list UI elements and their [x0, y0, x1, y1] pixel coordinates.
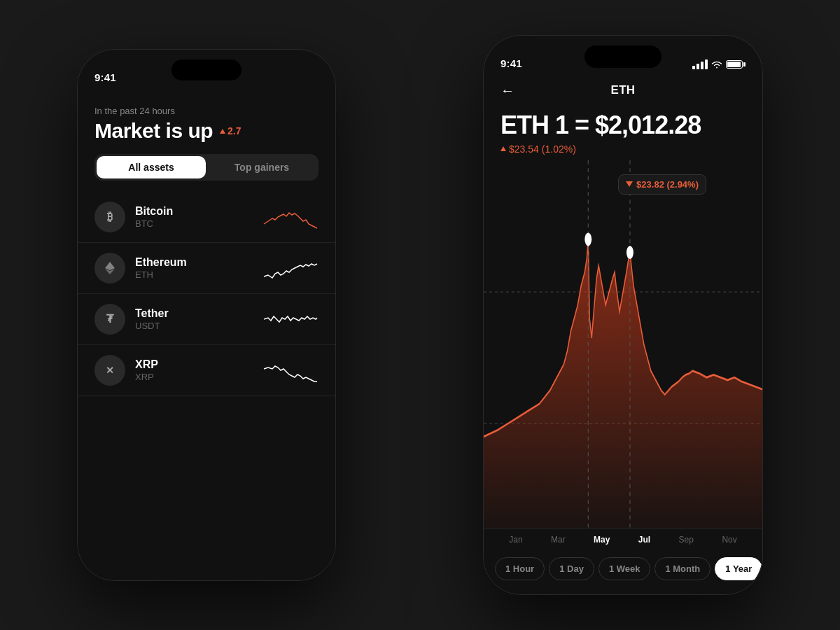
eth-change: $23.54 (1.02%) — [500, 144, 746, 155]
asset-item-usdt[interactable]: ₮ Tether USDT — [78, 294, 335, 345]
asset-item-eth[interactable]: Ethereum ETH — [78, 243, 335, 294]
eth-name: Ethereum — [135, 256, 253, 269]
asset-tabs: All assets Top gainers — [94, 154, 318, 181]
time-sep: Sep — [679, 535, 694, 545]
wifi-icon — [711, 60, 722, 69]
btc-sparkline — [262, 204, 318, 230]
eth-info: Ethereum ETH — [135, 256, 253, 280]
market-title: Market is up — [94, 119, 213, 143]
right-phone-screen: 9:41 — [484, 36, 762, 594]
usdt-icon: ₮ — [94, 304, 125, 335]
status-icons — [692, 59, 746, 69]
btc-symbol: BTC — [135, 218, 253, 229]
xrp-name: XRP — [135, 358, 253, 371]
usdt-info: Tether USDT — [135, 307, 253, 331]
eth-symbol: ETH — [135, 270, 253, 280]
usdt-symbol: USDT — [135, 321, 253, 331]
svg-point-10 — [626, 246, 634, 259]
signal-icon — [692, 59, 708, 69]
btc-icon: ₿ — [94, 202, 125, 232]
price-up-icon — [500, 146, 506, 151]
chart-container: $23.82 (2.94%) — [484, 160, 762, 528]
time-mar: Mar — [551, 535, 566, 545]
period-1month[interactable]: 1 Month — [654, 557, 710, 580]
dynamic-island-left — [172, 59, 241, 80]
scene: 9:41 In the past 24 hours Market is up 2… — [35, 28, 805, 602]
btc-info: Bitcoin BTC — [135, 205, 253, 229]
svg-text:₿: ₿ — [107, 211, 113, 223]
eth-sparkline — [262, 255, 318, 281]
tab-top-gainers[interactable]: Top gainers — [207, 156, 316, 178]
status-time-right: 9:41 — [500, 57, 522, 69]
battery-icon — [726, 60, 746, 69]
eth-price: ETH 1 = $2,012.28 — [500, 111, 746, 139]
back-button[interactable]: ← — [500, 83, 514, 99]
period-1hour[interactable]: 1 Hour — [495, 557, 545, 580]
status-time-left: 9:41 — [94, 71, 116, 83]
tooltip-down-icon — [626, 181, 633, 187]
eth-change-percent: (1.02%) — [542, 144, 576, 155]
period-1day[interactable]: 1 Day — [549, 557, 594, 580]
xrp-icon: ✕ — [94, 355, 125, 386]
period-1year[interactable]: 1 Year — [715, 557, 762, 580]
usdt-sparkline — [262, 307, 318, 332]
asset-item-xrp[interactable]: ✕ XRP XRP — [78, 345, 335, 396]
phone-left: 9:41 In the past 24 hours Market is up 2… — [77, 49, 336, 581]
time-axis: Jan Mar May Jul Sep Nov — [484, 528, 762, 550]
asset-list: ₿ Bitcoin BTC — [78, 192, 335, 396]
left-content: In the past 24 hours Market is up 2.7 Al… — [78, 50, 335, 580]
btc-name: Bitcoin — [135, 205, 253, 218]
asset-item-btc[interactable]: ₿ Bitcoin BTC — [78, 192, 335, 243]
chart-tooltip: $23.82 (2.94%) — [618, 174, 706, 195]
svg-point-9 — [584, 232, 592, 246]
eth-change-amount: $23.54 — [509, 144, 539, 155]
period-buttons: 1 Hour 1 Day 1 Week 1 Month 1 Year All — [484, 550, 762, 594]
tab-all-assets[interactable]: All assets — [97, 156, 206, 178]
eth-page-title: ETH — [611, 83, 636, 97]
eth-price-section: ETH 1 = $2,012.28 $23.54 (1.02%) — [484, 100, 762, 160]
right-content: ← ETH ETH 1 = $2,012.28 $23.54 (1.02%) — [484, 36, 762, 594]
svg-text:₮: ₮ — [106, 313, 114, 325]
price-chart — [484, 160, 762, 528]
period-1week[interactable]: 1 Week — [598, 557, 651, 580]
eth-icon — [94, 253, 125, 284]
time-nov: Nov — [722, 535, 736, 545]
usdt-name: Tether — [135, 307, 253, 320]
phone-right: 9:41 — [483, 35, 763, 595]
xrp-sparkline — [262, 358, 318, 383]
time-may: May — [594, 535, 610, 545]
market-change-value: 2.7 — [227, 125, 241, 136]
market-header: In the past 24 hours Market is up 2.7 — [78, 92, 335, 154]
market-title-row: Market is up 2.7 — [94, 119, 318, 143]
up-arrow-icon — [220, 129, 225, 134]
xrp-info: XRP XRP — [135, 358, 253, 382]
time-jul: Jul — [638, 535, 650, 545]
svg-text:✕: ✕ — [106, 365, 114, 376]
time-jan: Jan — [509, 535, 522, 545]
market-change: 2.7 — [220, 125, 241, 136]
tooltip-value: $23.82 (2.94%) — [636, 179, 699, 190]
left-phone-screen: 9:41 In the past 24 hours Market is up 2… — [78, 50, 335, 580]
svg-marker-1 — [105, 262, 115, 270]
market-subtitle: In the past 24 hours — [94, 106, 318, 116]
dynamic-island-right — [584, 46, 662, 68]
xrp-symbol: XRP — [135, 372, 253, 382]
eth-header: ← ETH — [484, 78, 762, 100]
